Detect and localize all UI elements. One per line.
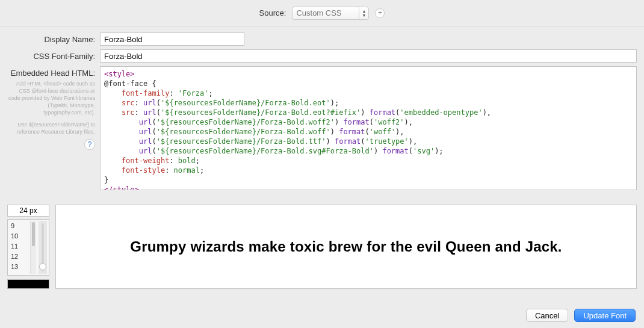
font-size-input[interactable] bbox=[7, 205, 49, 217]
preview-zone: 9 10 11 12 13 Grumpy wizards make toxic … bbox=[0, 202, 644, 294]
size-list-scrollbar[interactable] bbox=[30, 221, 36, 274]
size-controls: 9 10 11 12 13 bbox=[7, 205, 49, 289]
row-display-name: Display Name: bbox=[7, 32, 637, 46]
source-bar: Source: Custom CSS ▲▼ + bbox=[0, 0, 644, 26]
embedded-help-1: Add HTML <head> code such as CSS @font-f… bbox=[7, 80, 100, 116]
panel-resize-grip[interactable]: ⋯ bbox=[0, 196, 644, 202]
preview-box: Grumpy wizards make toxic brew for the e… bbox=[55, 205, 637, 289]
button-bar: Cancel Update Font bbox=[526, 309, 636, 322]
css-family-input[interactable] bbox=[100, 49, 637, 63]
embedded-label: Embedded Head HTML: bbox=[7, 66, 100, 78]
size-slider[interactable] bbox=[39, 221, 47, 274]
source-selected: Custom CSS bbox=[296, 8, 341, 17]
form-area: Display Name: CSS Font-Family: Embedded … bbox=[0, 26, 644, 196]
select-stepper-icon: ▲▼ bbox=[359, 7, 368, 19]
display-name-input[interactable] bbox=[100, 32, 244, 46]
embedded-code-input[interactable]: <style> @font-face { font-family: 'Forza… bbox=[100, 66, 637, 190]
update-font-button[interactable]: Update Font bbox=[574, 309, 636, 322]
size-option[interactable]: 9 bbox=[10, 221, 28, 231]
source-label: Source: bbox=[259, 8, 286, 17]
css-family-label: CSS Font-Family: bbox=[7, 49, 100, 61]
size-option[interactable]: 12 bbox=[10, 252, 28, 262]
row-css-family: CSS Font-Family: bbox=[7, 49, 637, 63]
size-option[interactable]: 11 bbox=[10, 241, 28, 252]
slider-thumb[interactable] bbox=[39, 263, 46, 270]
display-name-label: Display Name: bbox=[7, 32, 100, 44]
embedded-help-2: Use ${resourcesFolderName} to reference … bbox=[7, 121, 100, 135]
preview-color-swatch[interactable] bbox=[7, 279, 49, 289]
source-select[interactable]: Custom CSS ▲▼ bbox=[292, 7, 369, 20]
size-option[interactable]: 10 bbox=[10, 231, 28, 241]
row-embedded: Embedded Head HTML: Add HTML <head> code… bbox=[7, 66, 637, 190]
size-list[interactable]: 9 10 11 12 13 bbox=[10, 221, 28, 274]
size-list-slider: 9 10 11 12 13 bbox=[7, 219, 49, 276]
size-option[interactable]: 13 bbox=[10, 262, 28, 272]
preview-sample-text: Grumpy wizards make toxic brew for the e… bbox=[130, 238, 562, 255]
add-source-button[interactable]: + bbox=[375, 8, 385, 18]
help-icon[interactable]: ? bbox=[84, 139, 95, 150]
cancel-button[interactable]: Cancel bbox=[526, 309, 568, 322]
